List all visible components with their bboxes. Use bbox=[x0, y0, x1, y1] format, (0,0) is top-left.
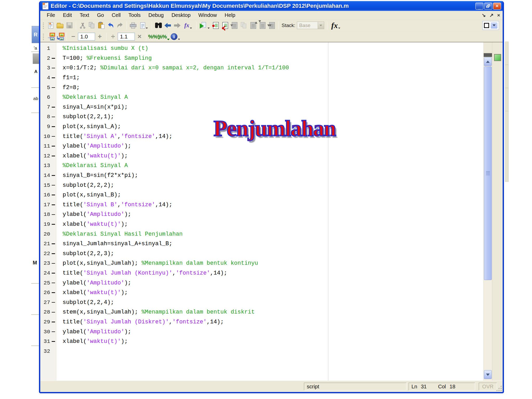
breakpoint-dash[interactable] bbox=[50, 341, 56, 342]
function-browser-button[interactable]: fx bbox=[329, 21, 343, 30]
step-out-button[interactable] bbox=[249, 21, 258, 30]
line-number-label[interactable]: 17 bbox=[40, 202, 50, 208]
menu-help[interactable]: Help bbox=[221, 11, 239, 19]
code-line[interactable]: 15subplot(2,2,2); bbox=[40, 180, 483, 190]
code-line[interactable]: 1%Inisialisasi sumbu X (t) bbox=[40, 44, 483, 54]
code-line[interactable]: 22subplot(2,2,3); bbox=[40, 249, 483, 258]
code-line[interactable]: 31xlabel('waktu(t)'); bbox=[40, 337, 483, 347]
cell-menu-button[interactable]: %% bbox=[157, 32, 167, 41]
divide-value-button[interactable]: ÷ bbox=[108, 32, 118, 41]
code-line[interactable]: 27subplot(2,2,4); bbox=[40, 297, 483, 307]
undock-icon[interactable]: ↗ bbox=[489, 12, 494, 18]
line-number-label[interactable]: 2 bbox=[40, 55, 50, 61]
line-number-label[interactable]: 31 bbox=[40, 338, 50, 344]
stack-dropdown-button[interactable] bbox=[318, 22, 324, 29]
breakpoint-dash[interactable] bbox=[50, 322, 56, 322]
line-number-label[interactable]: 26 bbox=[40, 290, 50, 296]
breakpoint-dash[interactable] bbox=[50, 273, 56, 274]
code-line[interactable]: 26xlabel('waktu(t)'); bbox=[40, 288, 483, 298]
line-number-label[interactable]: 27 bbox=[40, 300, 50, 305]
line-number-label[interactable]: 22 bbox=[40, 251, 50, 257]
breakpoint-dash[interactable] bbox=[50, 146, 56, 147]
breakpoint-dash[interactable] bbox=[50, 175, 56, 176]
cell-help-button[interactable]: i bbox=[171, 32, 180, 41]
info-dropdown-icon[interactable] bbox=[178, 39, 180, 40]
step-button[interactable] bbox=[230, 21, 239, 30]
code-area[interactable]: 1%Inisialisasi sumbu X (t)2T=100; %Freku… bbox=[40, 42, 483, 381]
fx-dropdown-icon[interactable] bbox=[338, 28, 340, 29]
exit-debug-button[interactable] bbox=[267, 21, 277, 30]
decrease-value-button[interactable]: − bbox=[69, 32, 78, 41]
code-line[interactable]: 13%Deklarasi Sinyal A bbox=[40, 161, 483, 171]
set-breakpoint-button[interactable] bbox=[211, 21, 221, 30]
breakpoint-dash[interactable] bbox=[50, 185, 56, 186]
go-forward-button[interactable] bbox=[172, 21, 182, 30]
code-line[interactable]: 4f1=1; bbox=[40, 73, 483, 83]
line-number-label[interactable]: 5 bbox=[40, 85, 50, 91]
restore-button[interactable] bbox=[484, 3, 492, 10]
open-file-button[interactable] bbox=[55, 21, 65, 30]
code-line[interactable]: 11ylabel('Amplitudo'); bbox=[40, 141, 483, 151]
breakpoint-dash[interactable] bbox=[50, 243, 56, 244]
save-button[interactable] bbox=[65, 21, 74, 30]
breakpoint-dash[interactable] bbox=[50, 224, 56, 225]
paste-button[interactable] bbox=[97, 21, 106, 30]
line-number-label[interactable]: 20 bbox=[40, 231, 50, 237]
breakpoint-dash[interactable] bbox=[50, 58, 56, 59]
publish-dropdown-icon[interactable] bbox=[146, 28, 148, 29]
close-button[interactable]: × bbox=[493, 3, 501, 10]
new-file-button[interactable]: * bbox=[46, 21, 55, 30]
function-dropdown-icon[interactable] bbox=[190, 28, 192, 29]
breakpoint-dash[interactable] bbox=[50, 136, 56, 137]
menu-debug[interactable]: Debug bbox=[144, 11, 168, 19]
vertical-scrollbar[interactable] bbox=[483, 42, 492, 381]
line-number-label[interactable]: 15 bbox=[40, 182, 50, 188]
menu-desktop[interactable]: Desktop bbox=[168, 11, 194, 19]
go-back-button[interactable] bbox=[163, 21, 172, 30]
breakpoint-dash[interactable] bbox=[50, 263, 56, 264]
code-line[interactable]: 24title('Sinyal Jumlah (Kontinyu)','font… bbox=[40, 268, 483, 278]
multiply-value-button[interactable]: × bbox=[135, 32, 144, 41]
copy-button[interactable] bbox=[87, 21, 97, 30]
code-line[interactable]: 23plot(x,sinyal_Jumlah); %Menampilkan da… bbox=[40, 258, 483, 268]
line-number-label[interactable]: 4 bbox=[40, 75, 50, 81]
scroll-down-button[interactable] bbox=[484, 370, 492, 379]
breakpoint-dash[interactable] bbox=[50, 204, 56, 205]
toolbar-grip[interactable] bbox=[42, 33, 44, 40]
scroll-up-button[interactable] bbox=[484, 57, 492, 66]
toolbar-grip[interactable] bbox=[42, 22, 44, 29]
clear-breakpoints-button[interactable] bbox=[221, 21, 230, 30]
dock-icon[interactable]: ↘ bbox=[482, 12, 486, 18]
breakpoint-dash[interactable] bbox=[50, 214, 56, 215]
code-line[interactable]: 29title('Sinyal Jumlah (Diskret)','fonts… bbox=[40, 317, 483, 327]
line-number-label[interactable]: 9 bbox=[40, 124, 50, 130]
code-line[interactable]: 18ylabel('Amplitudo'); bbox=[40, 210, 483, 220]
line-number-label[interactable]: 16 bbox=[40, 192, 50, 198]
code-line[interactable]: 16plot(x,sinyal_B); bbox=[40, 190, 483, 200]
menubar-close-icon[interactable]: × bbox=[497, 12, 500, 18]
line-number-label[interactable]: 18 bbox=[40, 211, 50, 217]
breakpoint-dash[interactable] bbox=[50, 107, 56, 108]
code-line[interactable]: 6%Deklarasi Sinyal A bbox=[40, 92, 483, 102]
code-line[interactable]: 28stem(x,sinyal_Jumlah); %Menampilkan da… bbox=[40, 307, 483, 317]
line-number-label[interactable]: 8 bbox=[40, 114, 50, 120]
run-to-cursor-button[interactable] bbox=[258, 21, 267, 30]
code-line[interactable]: 17title('Sinyal B','fontsize',14); bbox=[40, 200, 483, 210]
line-number-label[interactable]: 7 bbox=[40, 104, 50, 110]
breakpoint-dash[interactable] bbox=[50, 77, 56, 78]
line-number-label[interactable]: 11 bbox=[40, 143, 50, 149]
menu-file[interactable]: File bbox=[43, 11, 59, 19]
insert-cell-divider-button[interactable]: %%+ bbox=[148, 32, 157, 41]
code-line[interactable]: 19xlabel('waktu(t)'); bbox=[40, 220, 483, 229]
code-line[interactable]: 14sinyal_B=sin(f2*x*pi); bbox=[40, 171, 483, 181]
increase-value-button[interactable]: + bbox=[95, 32, 104, 41]
menu-window[interactable]: Window bbox=[195, 11, 221, 19]
code-line[interactable]: 3x=0:1/T:2; %Dimulai dari x=0 sampai x=2… bbox=[40, 63, 483, 73]
undo-button[interactable] bbox=[106, 21, 115, 30]
line-number-label[interactable]: 10 bbox=[40, 134, 50, 139]
code-line[interactable]: 30ylabel('Amplitudo'); bbox=[40, 327, 483, 337]
line-number-label[interactable]: 13 bbox=[40, 163, 50, 169]
line-number-label[interactable]: 30 bbox=[40, 329, 50, 335]
code-line[interactable]: 32 bbox=[40, 346, 483, 356]
dock-control[interactable] bbox=[482, 21, 499, 30]
